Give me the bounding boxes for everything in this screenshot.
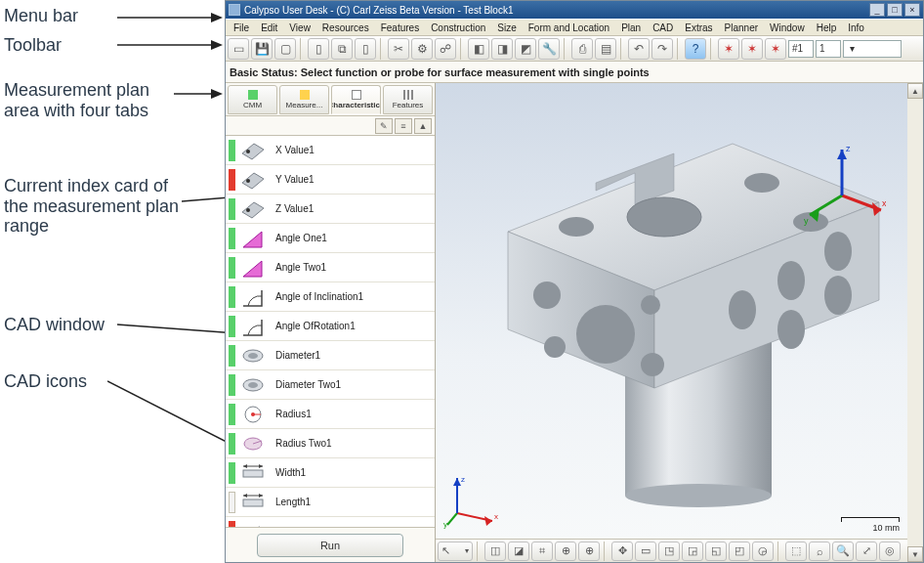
cad-fit-icon[interactable]: ⤢ <box>856 541 877 561</box>
cad-persp-icon[interactable]: ◶ <box>752 541 774 561</box>
plan-item[interactable]: Angle of Inclination1 <box>226 282 435 312</box>
cad-view3-icon[interactable]: ◲ <box>682 541 703 561</box>
scroll-track[interactable] <box>907 99 923 546</box>
menu-resources[interactable]: Resources <box>316 21 375 35</box>
cad-select-mode[interactable]: ↖ <box>438 541 473 561</box>
tool-probe2-icon[interactable]: ◨ <box>491 38 513 60</box>
cad-view2-icon[interactable]: ◳ <box>658 541 680 561</box>
tool-print-icon[interactable]: ⎙ <box>571 38 593 60</box>
tool-doc2-icon[interactable]: ▯ <box>355 38 376 60</box>
plan-item[interactable]: Feature Angle_Angle point1 <box>226 517 435 527</box>
tool-link-icon[interactable]: ☍ <box>435 38 456 60</box>
tool-back-icon[interactable]: ↶ <box>628 38 650 60</box>
plan-item[interactable]: Radius Two1 <box>226 429 435 458</box>
cad-target-icon[interactable]: ◎ <box>879 541 901 561</box>
menu-file[interactable]: File <box>228 21 255 35</box>
vertical-scrollbar[interactable]: ▲ ▼ <box>907 83 923 562</box>
menu-info[interactable]: Info <box>842 21 870 35</box>
tab-characteristics[interactable]: Characteristics <box>331 85 381 114</box>
tool-mark3-icon[interactable]: ✶ <box>765 38 786 60</box>
tool-mark2-icon[interactable]: ✶ <box>741 38 763 60</box>
cad-shade-icon[interactable]: ⊕ <box>555 541 576 561</box>
plan-item[interactable]: Length1 <box>226 488 435 517</box>
svg-marker-72 <box>453 478 461 486</box>
plan-item[interactable]: Width1 <box>226 458 435 488</box>
cad-wire-icon[interactable]: ⌗ <box>531 541 553 561</box>
menu-features[interactable]: Features <box>375 21 425 35</box>
svg-point-21 <box>248 353 258 359</box>
tool-open-icon[interactable]: ▭ <box>228 38 249 60</box>
menu-cad[interactable]: CAD <box>647 21 679 35</box>
tab-cmm[interactable]: CMM <box>228 85 277 114</box>
svg-point-53 <box>641 353 664 376</box>
tool-combo[interactable]: ▾ <box>843 40 902 58</box>
cad-zoomwin-icon[interactable]: ⬚ <box>785 541 807 561</box>
tool-new-icon[interactable]: ▢ <box>274 38 296 60</box>
tab-measure[interactable]: Measure... <box>279 85 329 114</box>
tool-help-icon[interactable]: ? <box>685 38 706 60</box>
tool-save-icon[interactable]: 💾 <box>251 38 273 60</box>
tool-number-a[interactable]: #1 <box>788 40 814 58</box>
cad-panel: x y z x y z 10 mm <box>436 83 907 562</box>
tool-fwd-icon[interactable]: ↷ <box>651 38 673 60</box>
cad-zoom-icon[interactable]: ⌕ <box>809 541 830 561</box>
toolbar-separator <box>460 38 464 60</box>
tool-probe3-icon[interactable]: ◩ <box>515 38 536 60</box>
scroll-down-icon[interactable]: ▼ <box>907 546 923 562</box>
plan-item[interactable]: Radius1 <box>226 400 435 429</box>
tool-gear-icon[interactable]: ⚙ <box>411 38 433 60</box>
tab-features[interactable]: Features <box>383 85 433 114</box>
run-button[interactable]: Run <box>257 534 403 557</box>
menu-plan[interactable]: Plan <box>615 21 647 35</box>
status-indicator <box>229 404 235 425</box>
plan-item[interactable]: Diameter1 <box>226 341 435 370</box>
minimize-button[interactable]: _ <box>869 3 885 17</box>
tool-wrench-icon[interactable]: 🔧 <box>538 38 560 60</box>
svg-point-49 <box>576 305 635 364</box>
plan-list[interactable]: X Value1Y Value1Z Value1Angle One1Angle … <box>226 136 435 527</box>
menu-help[interactable]: Help <box>811 21 843 35</box>
cad-view1-icon[interactable]: ▭ <box>635 541 656 561</box>
cad-view4-icon[interactable]: ◱ <box>705 541 727 561</box>
menu-view[interactable]: View <box>283 21 316 35</box>
triad-large: x y z <box>798 142 886 230</box>
menu-window[interactable]: Window <box>764 21 811 35</box>
menu-size[interactable]: Size <box>491 21 522 35</box>
plan-edit-button[interactable]: ✎ <box>375 118 393 134</box>
cad-iso1-icon[interactable]: ◫ <box>484 541 506 561</box>
plan-item[interactable]: Angle Two1 <box>226 253 435 282</box>
cad-iso2-icon[interactable]: ◪ <box>508 541 529 561</box>
plan-up-button[interactable]: ▲ <box>414 118 432 134</box>
cad-pan-icon[interactable]: ✥ <box>611 541 633 561</box>
svg-marker-5 <box>211 89 223 99</box>
tool-edit-icon[interactable]: ✂ <box>388 38 409 60</box>
plan-item[interactable]: Angle OfRotation1 <box>226 312 435 341</box>
cad-zoomin-icon[interactable]: 🔍 <box>832 541 854 561</box>
maximize-button[interactable]: □ <box>887 3 903 17</box>
menu-extras[interactable]: Extras <box>679 21 718 35</box>
tool-number-b[interactable]: 1 <box>816 40 841 58</box>
tool-copy-icon[interactable]: ⧉ <box>331 38 353 60</box>
close-button[interactable]: × <box>904 3 920 17</box>
annotation-column: Menu bar Toolbar Measurement plan area w… <box>0 0 225 563</box>
plan-item[interactable]: X Value1 <box>226 136 435 165</box>
menu-form-location[interactable]: Form and Location <box>523 21 615 35</box>
menu-edit[interactable]: Edit <box>255 21 283 35</box>
plan-item[interactable]: Diameter Two1 <box>226 370 435 400</box>
menu-construction[interactable]: Construction <box>425 21 491 35</box>
tool-report-icon[interactable]: ▤ <box>595 38 616 60</box>
tool-doc-icon[interactable]: ▯ <box>308 38 329 60</box>
cad-globe-icon[interactable]: ⊕ <box>578 541 600 561</box>
plan-item[interactable]: Y Value1 <box>226 165 435 195</box>
tool-probe1-icon[interactable]: ◧ <box>468 38 489 60</box>
cad-view[interactable]: x y z x y z 10 mm <box>436 83 907 539</box>
plan-item[interactable]: Z Value1 <box>226 195 435 224</box>
scroll-up-icon[interactable]: ▲ <box>907 83 923 99</box>
tool-mark1-icon[interactable]: ✶ <box>718 38 739 60</box>
svg-rect-29 <box>243 470 263 477</box>
plan-item[interactable]: Angle One1 <box>226 224 435 253</box>
menu-planner[interactable]: Planner <box>719 21 764 35</box>
plan-filter-button[interactable]: ≡ <box>395 118 412 134</box>
svg-point-17 <box>246 208 250 212</box>
cad-view5-icon[interactable]: ◰ <box>729 541 750 561</box>
